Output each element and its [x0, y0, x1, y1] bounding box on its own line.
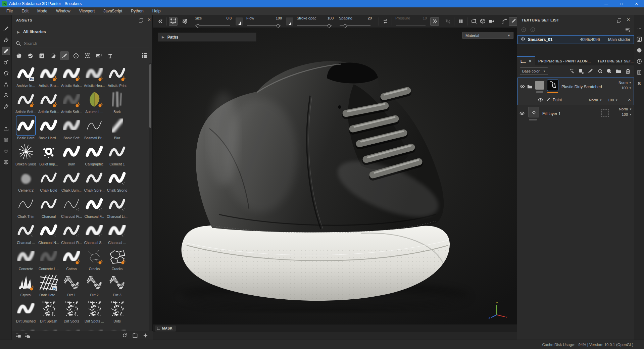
transform-manipulator-icon[interactable]: [169, 17, 178, 26]
eye-icon[interactable]: [521, 37, 525, 43]
opacity-dropdown[interactable]: 100▼: [608, 98, 618, 102]
brush-item-artistic-hair[interactable]: Artistic Hair...: [61, 64, 82, 88]
polygon-fill-tool[interactable]: [2, 69, 10, 77]
brush-thumbnail[interactable]: [85, 247, 103, 265]
brush-thumbnail[interactable]: [85, 300, 103, 318]
camera-mode-icon[interactable]: [487, 17, 496, 26]
brush-item-charcoal-s[interactable]: Charcoal S...: [84, 221, 105, 245]
brush-thumbnail[interactable]: [62, 300, 81, 318]
float-panel-icon[interactable]: [140, 18, 143, 22]
clone-tool[interactable]: [2, 91, 10, 99]
brush-item-concrete-l[interactable]: Concrete L...: [38, 247, 59, 271]
brush-item-dirt-splash[interactable]: Dirt Splash: [38, 300, 59, 323]
brush-item-bullet-imp[interactable]: Bullet Imp...: [38, 143, 59, 166]
brush-item-dirt-brushed[interactable]: Dirt Brushed: [15, 300, 36, 323]
brush-thumbnail[interactable]: [108, 247, 126, 265]
brush-item-basic-hard[interactable]: Basic Hard...: [38, 116, 59, 140]
brush-thumbnail[interactable]: [85, 64, 103, 82]
mask-slot-icon[interactable]: [602, 83, 609, 90]
search-input[interactable]: [24, 41, 135, 46]
brush-item-chalk-thin[interactable]: Chalk Thin: [15, 195, 36, 218]
plugins-tool[interactable]: [2, 147, 10, 155]
brush-item-artistic-hea[interactable]: Artistic Hea...: [84, 64, 105, 88]
brush-thumbnail[interactable]: [108, 116, 126, 135]
brush-item-basic-soft[interactable]: Basic Soft: [61, 116, 82, 140]
delete-layer-icon[interactable]: [624, 67, 632, 75]
opacity-dropdown[interactable]: 100▼: [622, 112, 632, 116]
opacity-dropdown[interactable]: 100▼: [622, 86, 632, 90]
brush-item-charcoal-li[interactable]: Charcoal Li...: [107, 195, 128, 218]
brush-thumbnail[interactable]: [40, 195, 58, 213]
maximize-button[interactable]: □: [614, 0, 629, 7]
brush-item-cement-1[interactable]: Cement 1: [107, 143, 128, 166]
close-button[interactable]: ✕: [629, 0, 644, 7]
brush-item-concrete[interactable]: Concrete: [15, 247, 36, 271]
texture-set-row[interactable]: Sneakers_01 4096x4096 Main shader: [517, 35, 634, 44]
menu-help[interactable]: Help: [148, 8, 165, 14]
brush-item-cement-2[interactable]: Cement 2: [15, 169, 36, 192]
assets-scrollbar[interactable]: [149, 63, 152, 331]
stroke-opacity-parameter[interactable]: Stroke opac 100: [297, 16, 334, 27]
menu-edit[interactable]: Edit: [17, 8, 33, 14]
layer-content-thumbnail[interactable]: [535, 81, 544, 90]
brush-thumbnail[interactable]: [40, 300, 58, 318]
brush-thumbnail[interactable]: [108, 300, 126, 318]
brush-item-dirt-2[interactable]: Dirt 2: [84, 273, 105, 297]
menu-javascript[interactable]: JavaScript: [99, 8, 127, 14]
brush-item-artistic-soft[interactable]: Artistic Soft...: [38, 90, 59, 114]
brush-item-broken-glass[interactable]: Broken Glass: [15, 143, 36, 166]
brush-item-chalk-spre[interactable]: Chalk Spre...: [84, 169, 105, 192]
sort-icon[interactable]: [625, 27, 630, 34]
brush-thumbnail[interactable]: [62, 90, 81, 108]
remove-effect-icon[interactable]: ✕: [628, 98, 631, 102]
import-folder-icon[interactable]: [25, 333, 30, 338]
more-parameters-icon[interactable]: [430, 17, 439, 26]
mask-slot-icon[interactable]: [601, 109, 609, 117]
brush-item-artistic-soft[interactable]: Artistic Soft...: [15, 90, 36, 114]
brush-thumbnail[interactable]: [62, 195, 81, 213]
brush-item-basic-hard[interactable]: Basic Hard: [15, 116, 36, 140]
brush-thumbnail[interactable]: [62, 273, 81, 292]
dock-grip-icon[interactable]: [636, 24, 643, 32]
brush-item-calligraphic[interactable]: Calligraphic: [84, 143, 105, 166]
log-icon[interactable]: [636, 69, 643, 76]
brush-item-burn[interactable]: Burn: [61, 143, 82, 166]
close-panel-icon[interactable]: ✕: [627, 18, 630, 21]
brush-thumbnail[interactable]: [108, 143, 126, 161]
brush-thumbnail[interactable]: [40, 143, 58, 161]
brush-thumbnail[interactable]: [85, 273, 103, 292]
add-effect-icon[interactable]: [568, 67, 575, 75]
library-selector[interactable]: ▶ All libraries: [12, 27, 153, 37]
brush-thumbnail[interactable]: [108, 195, 126, 213]
collapse-toolbar-icon[interactable]: [156, 17, 164, 26]
filter-alphas-icon[interactable]: [37, 51, 46, 60]
brush-thumbnail[interactable]: [17, 116, 35, 135]
brush-item-dots[interactable]: Dots: [107, 300, 128, 323]
substance-share-icon[interactable]: S: [636, 80, 643, 87]
brush-thumbnail[interactable]: [85, 195, 103, 213]
blend-mode-dropdown[interactable]: Norm▼: [618, 81, 632, 85]
brush-item-charcoal-n[interactable]: Charcoal N...: [38, 221, 59, 245]
filter-filters-icon[interactable]: [49, 51, 57, 60]
brush-thumbnail[interactable]: [62, 247, 81, 265]
brush-thumbnail[interactable]: [108, 169, 126, 187]
menu-file[interactable]: File: [2, 8, 17, 14]
eraser-tool[interactable]: [2, 36, 10, 44]
blend-mode-dropdown[interactable]: Norm▼: [589, 98, 602, 102]
refresh-icon[interactable]: [122, 333, 127, 338]
brush-item-autumn-l[interactable]: Autumn L...: [84, 90, 105, 114]
viewport-view-dropdown[interactable]: Material ▼: [462, 32, 513, 39]
brush-item-chalk-bum[interactable]: Chalk Bum...: [61, 169, 82, 192]
mask-channel-chip[interactable]: MASK: [155, 326, 176, 332]
display-settings-icon[interactable]: [636, 36, 643, 43]
brush-thumbnail[interactable]: [40, 64, 58, 82]
size-falloff-chip[interactable]: [236, 17, 243, 26]
material-picker-tool[interactable]: [2, 102, 10, 110]
filter-fonts-icon[interactable]: [106, 51, 114, 60]
menu-window[interactable]: Window: [52, 8, 75, 14]
brush-thumbnail[interactable]: [62, 143, 81, 161]
tab-texture-set-set[interactable]: TEXTURE SET SET...: [594, 56, 637, 65]
physical-paint-tool[interactable]: [2, 58, 10, 66]
add-folder-icon[interactable]: [615, 67, 622, 75]
brush-thumbnail[interactable]: [85, 90, 103, 108]
